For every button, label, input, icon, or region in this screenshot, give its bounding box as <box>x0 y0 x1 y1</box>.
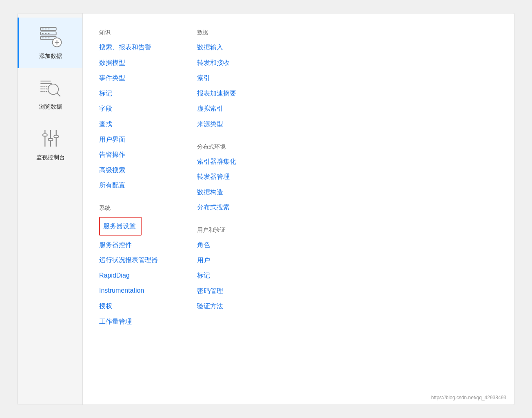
main-container: 添加数据 浏览数据 <box>17 13 515 405</box>
menu-link-virtual-indexes[interactable]: 虚拟索引 <box>197 102 279 115</box>
menu-link-tokens[interactable]: 标记 <box>197 269 279 282</box>
sidebar-item-add-data[interactable]: 添加数据 <box>18 18 82 68</box>
menu-link-event-type[interactable]: 事件类型 <box>99 72 173 84</box>
menu-link-instrumentation[interactable]: Instrumentation <box>99 285 173 297</box>
browse-data-icon <box>38 76 64 99</box>
menu-link-tags[interactable]: 标记 <box>99 87 173 100</box>
menu-link-licensing[interactable]: 授权 <box>99 300 173 312</box>
menu-link-advanced-search[interactable]: 高级搜索 <box>99 164 173 176</box>
sidebar-label-add-data: 添加数据 <box>39 53 62 60</box>
column-data-distributed-users: 数据 数据输入 转发和接收 索引 报表加速摘要 虚拟索引 来源类型 分布式环境 … <box>197 26 279 392</box>
menu-link-fields[interactable]: 字段 <box>99 102 173 115</box>
menu-link-server-settings[interactable]: 服务器设置 <box>103 220 136 232</box>
monitor-icon <box>38 127 64 150</box>
menu-link-roles[interactable]: 角色 <box>197 239 279 251</box>
menu-link-distributed-search[interactable]: 分布式搜索 <box>197 201 279 213</box>
menu-link-workload[interactable]: 工作量管理 <box>99 316 173 328</box>
menu-link-report-acceleration[interactable]: 报表加速摘要 <box>197 87 279 100</box>
users-header: 用户和验证 <box>197 227 279 234</box>
sidebar: 添加数据 浏览数据 <box>18 13 83 405</box>
menu-link-auth-method[interactable]: 验证方法 <box>197 300 279 312</box>
menu-link-rapiddiag[interactable]: RapidDiag <box>99 269 173 282</box>
menu-link-health-report[interactable]: 运行状况报表管理器 <box>99 254 173 266</box>
menu-link-indexes[interactable]: 索引 <box>197 72 279 84</box>
menu-link-source-types[interactable]: 来源类型 <box>197 118 279 130</box>
sidebar-label-monitor: 监视控制台 <box>36 154 65 161</box>
menu-link-searches[interactable]: 搜索、报表和告警 <box>99 41 173 53</box>
add-data-icon <box>38 26 64 49</box>
knowledge-header: 知识 <box>99 29 173 36</box>
data-header: 数据 <box>197 29 279 36</box>
sidebar-item-browse-data[interactable]: 浏览数据 <box>18 68 82 119</box>
menu-link-all-config[interactable]: 所有配置 <box>99 179 173 191</box>
column-knowledge-system: 知识 搜索、报表和告警 数据模型 事件类型 标记 字段 查找 用户界面 告警操作… <box>99 26 173 392</box>
menu-link-alert-actions[interactable]: 告警操作 <box>99 149 173 161</box>
svg-point-20 <box>48 84 59 95</box>
menu-link-data-model[interactable]: 数据模型 <box>99 57 173 69</box>
url-bar: https://blog.csdn.net/qq_42938493 <box>431 395 506 400</box>
content-area: 知识 搜索、报表和告警 数据模型 事件类型 标记 字段 查找 用户界面 告警操作… <box>83 13 514 405</box>
menu-link-server-controls[interactable]: 服务器控件 <box>99 239 173 251</box>
menu-link-forwarding[interactable]: 转发和接收 <box>197 57 279 69</box>
menu-link-lookups[interactable]: 查找 <box>99 118 173 130</box>
menu-link-ui[interactable]: 用户界面 <box>99 133 173 146</box>
distributed-header: 分布式环境 <box>197 143 279 151</box>
sidebar-label-browse-data: 浏览数据 <box>39 103 62 111</box>
menu-link-forwarder-mgmt[interactable]: 转发器管理 <box>197 171 279 183</box>
svg-rect-26 <box>49 138 53 140</box>
menu-link-users[interactable]: 用户 <box>197 254 279 267</box>
svg-line-21 <box>57 93 60 96</box>
menu-link-password-mgmt[interactable]: 密码管理 <box>197 285 279 297</box>
menu-link-data-fabric[interactable]: 数据构造 <box>197 186 279 198</box>
system-header: 系统 <box>99 205 173 212</box>
svg-rect-27 <box>54 136 58 138</box>
sidebar-item-monitor[interactable]: 监视控制台 <box>18 119 82 169</box>
menu-link-indexer-clustering[interactable]: 索引器群集化 <box>197 156 279 168</box>
svg-rect-25 <box>43 134 47 136</box>
menu-link-data-inputs[interactable]: 数据输入 <box>197 41 279 53</box>
